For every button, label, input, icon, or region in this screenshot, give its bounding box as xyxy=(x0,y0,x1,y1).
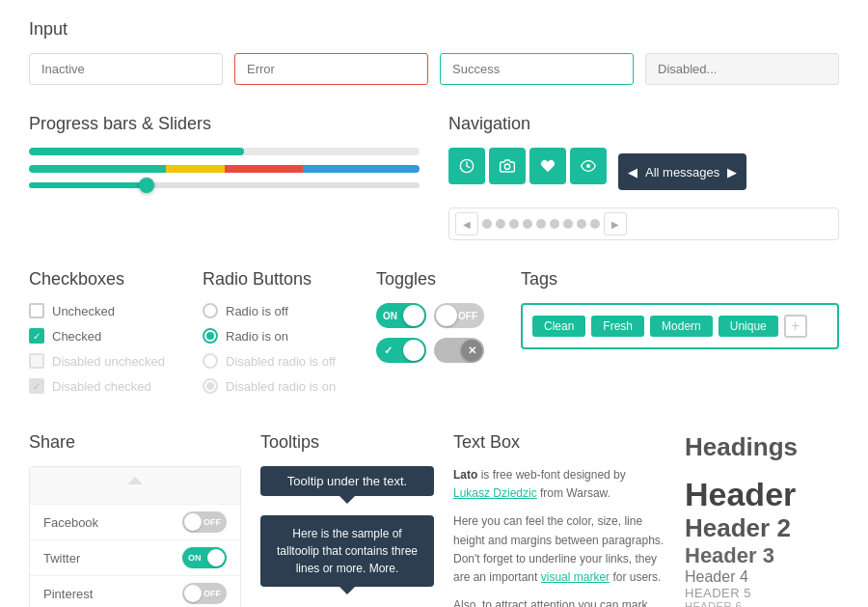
heading-h1: Header xyxy=(685,476,839,513)
input-disabled xyxy=(645,53,839,85)
progress-bar-multi xyxy=(29,165,420,173)
share-card: Facebook OFF Twitter ON Pinterest OFF xyxy=(29,466,241,607)
share-row-facebook: Facebook OFF xyxy=(30,504,240,539)
share-pinterest-label: Pinterest xyxy=(43,587,93,601)
nav-icon-bar xyxy=(448,148,607,184)
controls-row: Checkboxes Unchecked ✓ Checked Disabled … xyxy=(29,269,839,403)
nav-dot-1[interactable] xyxy=(482,219,492,229)
checkbox-disabled-unchecked-box xyxy=(29,353,44,369)
nav-pg-next[interactable]: ▶ xyxy=(604,212,627,235)
text-box-line1-rest: is free web-font designed by xyxy=(477,468,625,482)
text-box-content: Lato is free web-font designed by Lukasz… xyxy=(453,466,665,607)
nav-all-messages-label: All messages xyxy=(645,165,719,179)
share-toggle-facebook[interactable]: OFF xyxy=(182,511,227,533)
multi-bar-teal xyxy=(29,165,166,173)
svg-point-2 xyxy=(586,164,590,168)
slider-fill xyxy=(29,182,147,188)
toggle-off[interactable]: OFF xyxy=(434,303,484,328)
checkboxes-section: Checkboxes Unchecked ✓ Checked Disabled … xyxy=(29,269,183,403)
share-title: Share xyxy=(29,432,241,453)
text-box-para3: Also, to attract attention you can mark … xyxy=(453,596,665,607)
tags-box: Clean Fresh Modern Unique + xyxy=(521,303,839,349)
share-toggle-facebook-text: OFF xyxy=(203,517,221,527)
nav-title: Navigation xyxy=(448,114,839,134)
nav-icon-clock[interactable] xyxy=(448,148,485,184)
nav-dot-8[interactable] xyxy=(577,219,586,229)
toggle-on-label: ON xyxy=(383,311,397,321)
nav-next-arrow[interactable]: ▶ xyxy=(727,165,737,179)
toggle-x-wrap[interactable]: ✕ xyxy=(434,338,484,363)
share-twitter-label: Twitter xyxy=(43,551,80,566)
share-section: Share Facebook OFF Twitter ON Pinte xyxy=(29,432,241,607)
checkbox-unchecked-label: Unchecked xyxy=(52,304,115,318)
toggle-check-wrap[interactable]: ✓ xyxy=(376,338,426,363)
heading-h2: Header 2 xyxy=(685,513,839,543)
share-arrow-up-icon xyxy=(127,477,143,484)
text-box-para2: Here you can feel the color, size, line … xyxy=(453,512,665,587)
radio-disabled-off-circle xyxy=(203,353,218,369)
nav-pg-prev[interactable]: ◀ xyxy=(455,212,478,235)
tooltip-2-wrap: Here is the sample of talltoolip that co… xyxy=(260,515,434,587)
nav-dot-6[interactable] xyxy=(550,219,559,229)
nav-icon-eye[interactable] xyxy=(570,148,607,184)
text-box-link2[interactable]: visual marker xyxy=(541,570,610,584)
nav-all-messages-btn[interactable]: ◀ All messages ▶ xyxy=(618,153,746,190)
heading-h5: HEADER 5 xyxy=(685,586,839,600)
headings-section: Headings Header Header 2 Header 3 Header… xyxy=(685,432,839,607)
toggle-off-label: OFF xyxy=(458,311,477,321)
radio-on-circle[interactable] xyxy=(203,328,218,344)
radio-off-item: Radio is off xyxy=(203,303,357,318)
checkbox-disabled-checked-box: ✓ xyxy=(29,378,44,394)
input-inactive[interactable] xyxy=(29,53,223,85)
nav-dot-4[interactable] xyxy=(523,219,532,229)
checkbox-checked-box[interactable]: ✓ xyxy=(29,328,44,344)
input-error[interactable] xyxy=(234,53,428,85)
nav-dot-9[interactable] xyxy=(590,219,600,229)
toggle-on[interactable]: ON xyxy=(376,303,426,328)
checkboxes-title: Checkboxes xyxy=(29,269,183,290)
tag-fresh[interactable]: Fresh xyxy=(591,316,644,337)
heading-h6: HEADER 6 xyxy=(685,600,839,607)
nav-dot-5[interactable] xyxy=(536,219,546,229)
heading-h4: Header 4 xyxy=(685,568,839,586)
bottom-row: Share Facebook OFF Twitter ON Pinte xyxy=(29,432,839,607)
toggle-on-thumb xyxy=(403,305,424,326)
radio-off-label: Radio is off xyxy=(226,304,288,318)
share-toggle-twitter[interactable]: ON xyxy=(182,547,227,568)
tag-add-btn[interactable]: + xyxy=(784,315,807,338)
multi-bar-red xyxy=(225,165,303,173)
checkbox-disabled-unchecked-label: Disabled unchecked xyxy=(52,354,165,369)
toggle-check-thumb xyxy=(403,340,424,361)
radio-disabled-on-label: Disabled radio is on xyxy=(226,379,336,394)
radio-on-label: Radio is on xyxy=(226,329,288,344)
nav-prev-arrow[interactable]: ◀ xyxy=(628,165,637,179)
radio-disabled-on-circle xyxy=(203,378,218,394)
input-success[interactable] xyxy=(440,53,634,85)
radio-off-circle[interactable] xyxy=(203,303,218,318)
checkbox-unchecked-box[interactable] xyxy=(29,303,44,318)
input-section: Input xyxy=(29,19,839,85)
tag-unique[interactable]: Unique xyxy=(719,316,778,337)
text-box-section: Text Box Lato is free web-font designed … xyxy=(453,432,665,607)
slider-thumb[interactable] xyxy=(139,178,154,193)
nav-dot-3[interactable] xyxy=(509,219,519,229)
slider-track[interactable] xyxy=(29,182,420,188)
nav-dot-7[interactable] xyxy=(563,219,573,229)
nav-dot-2[interactable] xyxy=(496,219,505,229)
nav-icon-camera[interactable] xyxy=(489,148,526,184)
share-toggle-pinterest[interactable]: OFF xyxy=(182,583,227,604)
text-box-title: Text Box xyxy=(453,432,665,453)
input-row xyxy=(29,53,839,85)
progress-nav-row: Progress bars & Sliders Navigation xyxy=(29,114,839,240)
headings-title: Headings xyxy=(685,432,839,462)
tag-modern[interactable]: Modern xyxy=(650,316,713,337)
tag-clean[interactable]: Clean xyxy=(532,316,585,337)
nav-icon-heart[interactable] xyxy=(529,148,566,184)
toggle-row-2: ✓ ✕ xyxy=(376,338,502,363)
radio-disabled-on-item: Disabled radio is on xyxy=(203,378,357,394)
text-box-link1[interactable]: Lukasz Dziedzic xyxy=(453,486,537,500)
nav-pagination: ◀ ▶ xyxy=(448,207,839,240)
tooltips-title: Tooltips xyxy=(260,432,434,453)
share-toggle-pinterest-text: OFF xyxy=(203,589,221,598)
tooltips-section: Tooltips Tooltip under the text. Here is… xyxy=(260,432,434,607)
